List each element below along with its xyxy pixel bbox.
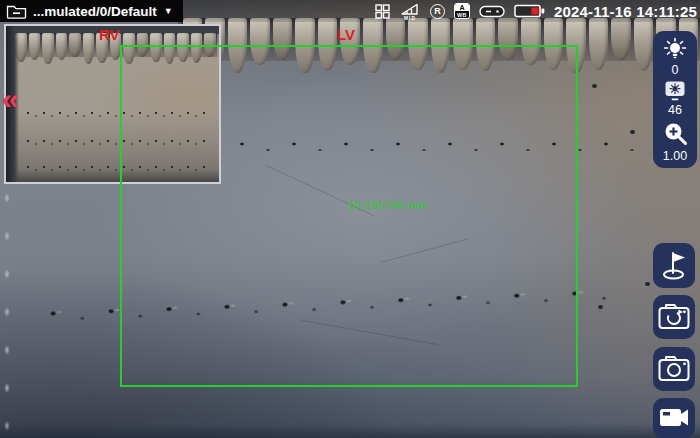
capture-photo-button[interactable] [653,347,695,391]
tooth [634,18,654,71]
signal-mid-label: MID [404,15,416,20]
probe-steering-button[interactable] [653,243,695,288]
record-video-button[interactable] [653,398,695,438]
tooth [42,33,54,64]
status-bar: ...mulated/0/Default ▼ MID R A WB [0,0,700,22]
led-brightness-icon[interactable] [662,37,688,60]
dropdown-caret-icon: ▼ [164,6,173,16]
surface-hole [598,305,603,309]
awb-wb-label: WB [455,11,469,18]
registered-letter: R [434,6,441,16]
zoom-factor-value: 1.00 [663,150,687,162]
storage-device-icon [479,5,505,18]
tooth [589,18,609,70]
tooth [611,18,631,60]
measurement-region-rect[interactable] [120,45,578,387]
grid-icon [375,4,390,19]
camera-icon [654,350,694,388]
screen-brightness-icon[interactable] [663,80,687,101]
battery-low-icon [514,4,545,18]
adjustment-panel: 0 46 [653,31,697,168]
zoom-in-icon[interactable] [662,120,688,146]
left-reflective-spots [0,188,20,438]
reference-view-label: RV [99,26,120,43]
compare-capture-button[interactable] [653,295,695,339]
live-view-label: LV [337,26,355,43]
registered-indicator-icon: R [430,4,445,19]
bottom-vignette [0,424,700,438]
led-brightness-value: 0 [672,64,679,76]
signal-strength-mid-icon: MID [399,3,421,20]
awb-auto-label: A [455,4,469,11]
borescope-app: RV « LV 19.155746 mm ...mulated/0/Defaul… [0,0,700,438]
surface-hole [630,130,635,134]
video-camera-icon [654,401,694,435]
flag-pin-icon [654,247,694,285]
auto-white-balance-icon: A WB [454,3,470,19]
folder-icon [6,3,27,19]
tooth [56,33,68,60]
screen-brightness-value: 46 [668,104,682,116]
tooth [69,33,81,57]
collapse-chevron-icon[interactable]: « [2,84,19,114]
tooth [29,33,41,60]
storage-path-label: ...mulated/0/Default [33,4,157,19]
measurement-value: 19.155746 mm [347,199,427,211]
status-icons: MID R A WB 2024-11-16 14:11:25 [375,3,700,20]
surface-hole [592,84,597,88]
tooth [83,33,95,64]
storage-path-selector[interactable]: ...mulated/0/Default ▼ [0,0,183,22]
surface-hole [645,282,650,286]
datetime-display: 2024-11-16 14:11:25 [554,3,697,20]
camera-sync-icon [654,298,694,336]
